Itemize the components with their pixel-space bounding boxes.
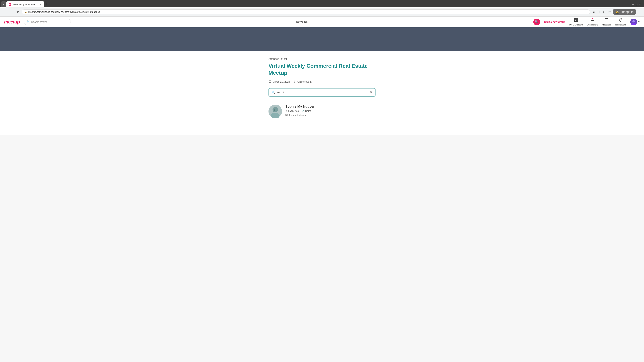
browser-toolbar: ← → ↻ 🔒 meetup.com/chicago-cashflow-hack…	[0, 7, 644, 16]
refresh-button[interactable]: ↻	[16, 9, 20, 14]
event-date-item: March 20, 2024	[268, 80, 290, 83]
lock-icon: 🔒	[24, 10, 27, 13]
checkmark-icon: ✓	[302, 109, 304, 112]
forward-button[interactable]: →	[9, 9, 14, 14]
incognito-badge: 🕵 Incognito	[613, 9, 636, 15]
address-bar[interactable]: 🔒 meetup.com/chicago-cashflow-hackers/ev…	[22, 9, 590, 14]
user-menu[interactable]: ▼	[630, 18, 640, 25]
attendee-search-box[interactable]: 🔍 sophi ✖	[268, 88, 376, 96]
site-header: meetup 🔍 Search events Dover, DE 🔍 Start…	[0, 16, 644, 27]
pro-dashboard-label: Pro Dashboard	[569, 24, 583, 26]
svg-rect-8	[269, 80, 271, 83]
pro-dashboard-icon	[574, 18, 578, 23]
svg-rect-0	[574, 18, 576, 19]
main-content: Attendee list for Virtual Weekly Commerc…	[260, 51, 384, 135]
attendee-search-clear-button[interactable]: ✖	[370, 90, 372, 94]
going-badge: ✓ Going	[302, 109, 311, 112]
attendee-info: Sophie My Nguyen ☆ Event host ✓ Going ⓘ …	[285, 105, 315, 117]
host-badge: ☆ Event host	[285, 109, 299, 112]
notifications-nav-item[interactable]: Notifications	[615, 18, 626, 26]
incognito-label: Incognito	[621, 9, 634, 14]
tab-switcher-button[interactable]: ▼	[1, 1, 6, 7]
extensions-icon[interactable]: □	[597, 9, 600, 14]
header-nav: Pro Dashboard Connections	[569, 18, 640, 26]
attendee-avatar[interactable]	[268, 105, 282, 118]
svg-rect-3	[576, 20, 578, 21]
active-tab[interactable]: m Attendees | Virtual Weekly Com ✕	[6, 1, 44, 7]
search-icon: 🔍	[27, 20, 30, 23]
location-icon	[293, 80, 296, 83]
meetup-app: meetup 🔍 Search events Dover, DE 🔍 Start…	[0, 16, 644, 135]
event-location-item: Online event	[293, 80, 312, 83]
attendee-search-icon: 🔍	[272, 90, 275, 94]
shared-interests-text: 1 shared interest	[289, 114, 306, 116]
svg-point-12	[294, 81, 295, 81]
search-submit-icon: 🔍	[535, 20, 538, 24]
event-meta: March 20, 2024 Online event	[268, 80, 376, 83]
browser-chrome: ▼ m Attendees | Virtual Weekly Com ✕ + ─…	[0, 0, 644, 16]
svg-point-14	[272, 107, 278, 112]
device-icon[interactable]: ☍	[607, 9, 611, 14]
more-options-icon[interactable]: ⋮	[638, 9, 642, 14]
maximize-button[interactable]: ◻	[636, 3, 638, 6]
text-cursor	[284, 91, 284, 94]
attendee-badges: ☆ Event host ✓ Going	[285, 109, 315, 112]
tab-favicon: m	[9, 3, 12, 6]
calendar-icon	[268, 80, 272, 83]
event-date: March 20, 2024	[272, 80, 290, 83]
star-icon: ☆	[285, 109, 288, 112]
messages-icon	[604, 18, 608, 23]
global-search-bar[interactable]: 🔍 Search events	[24, 19, 71, 25]
pro-dashboard-nav-item[interactable]: Pro Dashboard	[569, 18, 583, 26]
start-group-link[interactable]: Start a new group	[544, 20, 565, 23]
attendee-name[interactable]: Sophie My Nguyen	[285, 105, 315, 108]
svg-point-17	[276, 109, 276, 110]
shared-interests: ⓘ 1 shared interest	[285, 113, 315, 117]
toolbar-actions: ★ □ ⇓ ☍ 🕵 Incognito ⋮	[592, 9, 642, 15]
connections-label: Connections	[587, 24, 598, 26]
location-display[interactable]: Dover, DE	[75, 20, 529, 23]
user-menu-chevron-icon: ▼	[638, 21, 640, 23]
avatar	[630, 18, 637, 25]
tab-title: Attendees | Virtual Weekly Com	[13, 3, 38, 6]
going-badge-label: Going	[305, 110, 311, 112]
tab-close-button[interactable]: ✕	[39, 3, 42, 6]
address-text: meetup.com/chicago-cashflow-hackers/even…	[28, 10, 588, 13]
event-title: Virtual Weekly Commercial Real Estate Me…	[268, 62, 376, 76]
notifications-icon	[619, 18, 623, 23]
close-window-button[interactable]: ✕	[639, 3, 641, 6]
incognito-icon: 🕵	[615, 9, 620, 14]
connections-nav-item[interactable]: Connections	[587, 18, 598, 26]
host-badge-label: Event host	[288, 110, 299, 112]
connections-notification-dot	[592, 18, 593, 19]
search-placeholder: Search events	[31, 20, 48, 23]
download-icon[interactable]: ⇓	[602, 9, 606, 14]
shared-icon: ⓘ	[285, 113, 288, 117]
attendee-card: Sophie My Nguyen ☆ Event host ✓ Going ⓘ …	[268, 102, 376, 121]
search-submit-button[interactable]: 🔍	[533, 18, 540, 25]
event-location: Online event	[297, 80, 312, 83]
svg-point-16	[274, 109, 275, 110]
back-button[interactable]: ←	[2, 9, 7, 14]
bookmark-icon[interactable]: ★	[592, 9, 596, 14]
attendee-list-label: Attendee list for	[268, 57, 376, 60]
notifications-label: Notifications	[615, 24, 626, 26]
messages-nav-item[interactable]: Messages	[602, 18, 611, 26]
meetup-logo[interactable]: meetup	[4, 19, 20, 25]
minimize-button[interactable]: ─	[632, 3, 634, 6]
svg-rect-2	[574, 20, 576, 21]
messages-label: Messages	[602, 24, 611, 26]
attendee-search-input[interactable]: sophi	[277, 91, 368, 94]
new-tab-button[interactable]: +	[44, 1, 50, 7]
svg-point-6	[632, 20, 635, 22]
event-banner	[0, 27, 644, 51]
svg-rect-1	[576, 18, 578, 19]
attendee-search-container: 🔍 sophi ✖	[268, 88, 376, 96]
